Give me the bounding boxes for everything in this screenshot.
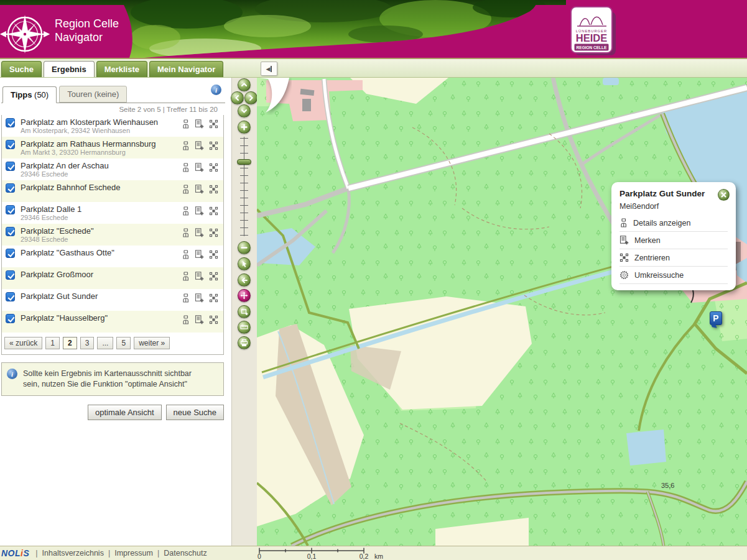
result-checkbox[interactable] xyxy=(6,118,15,127)
details-icon[interactable] xyxy=(182,141,190,150)
zentrieren-icon[interactable] xyxy=(209,315,218,324)
result-row[interactable]: Parkplatz Großmoor xyxy=(2,267,223,289)
popup-item-zentrieren[interactable]: Zentrieren xyxy=(619,249,728,267)
details-icon[interactable] xyxy=(182,163,190,172)
result-checkbox[interactable] xyxy=(6,183,15,193)
zentrieren-icon[interactable] xyxy=(209,228,218,237)
details-icon[interactable] xyxy=(182,250,190,259)
result-row[interactable]: Parkplatz am Klosterpark Wienhausen Am K… xyxy=(2,115,223,137)
result-row[interactable]: Parkplatz Bahnhof Eschede xyxy=(2,180,223,202)
collapse-panel-button[interactable]: ◀ xyxy=(261,62,277,76)
popup-item-label: Merken xyxy=(634,236,661,245)
zentrieren-icon[interactable] xyxy=(209,206,218,216)
merken-icon[interactable] xyxy=(195,119,204,129)
map-canvas[interactable]: 35,6 P Parkplatz Gut Sunder Meißendorf D… xyxy=(257,78,747,546)
pagination-page-5[interactable]: 5 xyxy=(116,337,131,349)
pan-up-button[interactable] xyxy=(238,78,251,91)
pagination-page-1[interactable]: 1 xyxy=(45,337,60,349)
result-checkbox[interactable] xyxy=(6,227,15,236)
popup-item-label: Umkreissuche xyxy=(634,271,684,280)
merken-icon[interactable] xyxy=(195,272,204,281)
pagination-next-button[interactable]: weiter » xyxy=(134,337,170,349)
details-icon[interactable] xyxy=(182,119,190,129)
measure-tool-button[interactable] xyxy=(238,321,251,334)
zentrieren-icon[interactable] xyxy=(209,293,218,303)
pagination-ellipsis[interactable]: ... xyxy=(97,337,113,349)
result-checkbox[interactable] xyxy=(6,249,15,258)
zentrieren-icon[interactable] xyxy=(209,185,218,194)
details-icon[interactable] xyxy=(182,206,190,216)
result-row[interactable]: Parkplatz An der Aschau 29346 Eschede xyxy=(2,158,223,180)
previous-view-button[interactable] xyxy=(238,273,251,287)
subtab-tipps[interactable]: Tipps (50) xyxy=(2,86,57,103)
pan-left-button[interactable] xyxy=(231,91,244,104)
panel-info-icon[interactable]: i xyxy=(211,85,221,95)
zoom-in-button[interactable] xyxy=(238,121,251,134)
details-icon[interactable] xyxy=(182,185,190,194)
result-row[interactable]: Parkplatz "Gasthaus Otte" xyxy=(2,246,223,267)
result-row[interactable]: Parkplatz am Rathaus Hermannsburg Am Mar… xyxy=(2,137,223,158)
merken-icon[interactable] xyxy=(195,315,204,324)
zoom-slider-handle[interactable] xyxy=(237,159,251,165)
details-icon[interactable] xyxy=(182,228,190,237)
svg-text:0,2: 0,2 xyxy=(360,553,369,560)
result-subtitle: 29346 Eschede xyxy=(21,214,179,221)
result-subtitle: 29346 Eschede xyxy=(21,170,179,178)
merken-icon[interactable] xyxy=(195,228,204,237)
optimal-view-button[interactable]: optimale Ansicht xyxy=(88,405,162,420)
result-checkbox[interactable] xyxy=(6,292,15,301)
zentrieren-icon[interactable] xyxy=(209,163,218,172)
tab-ergebnis[interactable]: Ergebnis xyxy=(44,61,95,77)
pointer-tool-button[interactable] xyxy=(238,257,251,270)
pagination-page-2-current[interactable]: 2 xyxy=(63,337,77,349)
zentrieren-icon[interactable] xyxy=(209,141,218,150)
pan-tool-button-active[interactable] xyxy=(238,289,251,302)
result-checkbox[interactable] xyxy=(6,205,15,214)
zoom-slider-track[interactable] xyxy=(244,137,244,236)
result-row[interactable]: Parkplatz "Eschede" 29348 Eschede xyxy=(2,224,223,246)
pagination-page-3[interactable]: 3 xyxy=(80,337,95,349)
merken-icon xyxy=(619,236,629,245)
result-title: Parkplatz Großmoor xyxy=(21,270,179,279)
details-icon[interactable] xyxy=(182,315,190,324)
details-icon[interactable] xyxy=(182,293,190,303)
zentrieren-icon[interactable] xyxy=(209,250,218,259)
popup-close-button[interactable] xyxy=(718,189,730,201)
tab-mein-navigator[interactable]: Mein Navigator xyxy=(149,61,223,77)
tab-suche[interactable]: Suche xyxy=(1,61,42,77)
zoom-out-button[interactable] xyxy=(238,241,251,254)
popup-item-details[interactable]: Details anzeigen xyxy=(619,214,728,232)
details-icon[interactable] xyxy=(182,272,190,281)
merken-icon[interactable] xyxy=(195,185,204,194)
result-checkbox[interactable] xyxy=(6,140,15,149)
result-checkbox[interactable] xyxy=(6,162,15,171)
tab-merkliste[interactable]: Merkliste xyxy=(96,61,147,77)
zoom-rectangle-button[interactable] xyxy=(238,305,251,318)
pagination-prev-button[interactable]: « zurück xyxy=(4,337,42,349)
merken-icon[interactable] xyxy=(195,163,204,172)
link-impressum[interactable]: Impressum xyxy=(114,549,153,558)
pan-down-button[interactable] xyxy=(238,104,251,117)
merken-icon[interactable] xyxy=(195,206,204,216)
print-button[interactable] xyxy=(238,336,251,349)
separator: | xyxy=(108,549,110,558)
zentrieren-icon[interactable] xyxy=(209,272,218,281)
zentrieren-icon[interactable] xyxy=(209,119,218,129)
result-checkbox[interactable] xyxy=(6,270,15,280)
link-inhaltsverzeichnis[interactable]: Inhaltsverzeichnis xyxy=(42,549,104,558)
merken-icon[interactable] xyxy=(195,141,204,150)
result-row[interactable]: Parkplatz Gut Sunder xyxy=(2,289,223,311)
parking-marker[interactable]: P xyxy=(710,311,722,325)
new-search-button[interactable]: neue Suche xyxy=(166,405,224,420)
merken-icon[interactable] xyxy=(195,293,204,303)
merken-icon[interactable] xyxy=(195,250,204,259)
popup-item-umkreissuche[interactable]: Umkreissuche xyxy=(619,267,728,284)
link-datenschutz[interactable]: Datenschutz xyxy=(164,549,206,558)
subtab-touren[interactable]: Touren (keine) xyxy=(59,86,127,103)
svg-text:HEIDE: HEIDE xyxy=(576,32,607,44)
result-row[interactable]: Parkplatz "Hausselberg" xyxy=(2,311,223,333)
result-row[interactable]: Parkplatz Dalle 1 29346 Eschede xyxy=(2,202,223,224)
popup-item-merken[interactable]: Merken xyxy=(619,232,728,249)
pan-right-button[interactable] xyxy=(244,91,258,104)
result-checkbox[interactable] xyxy=(6,314,15,323)
